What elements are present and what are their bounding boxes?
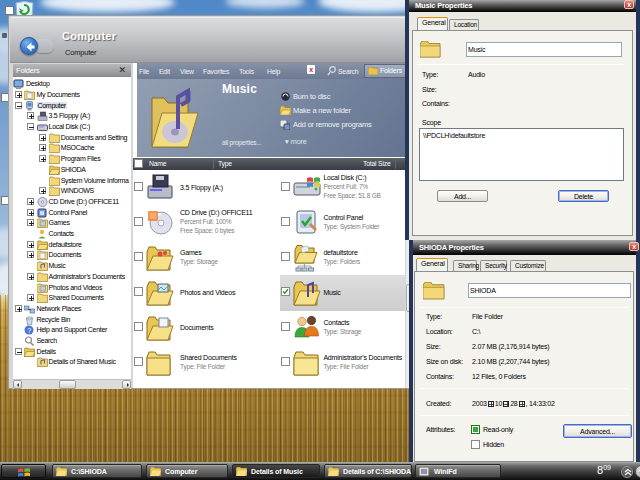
svg-text:?: ? [28, 327, 32, 334]
